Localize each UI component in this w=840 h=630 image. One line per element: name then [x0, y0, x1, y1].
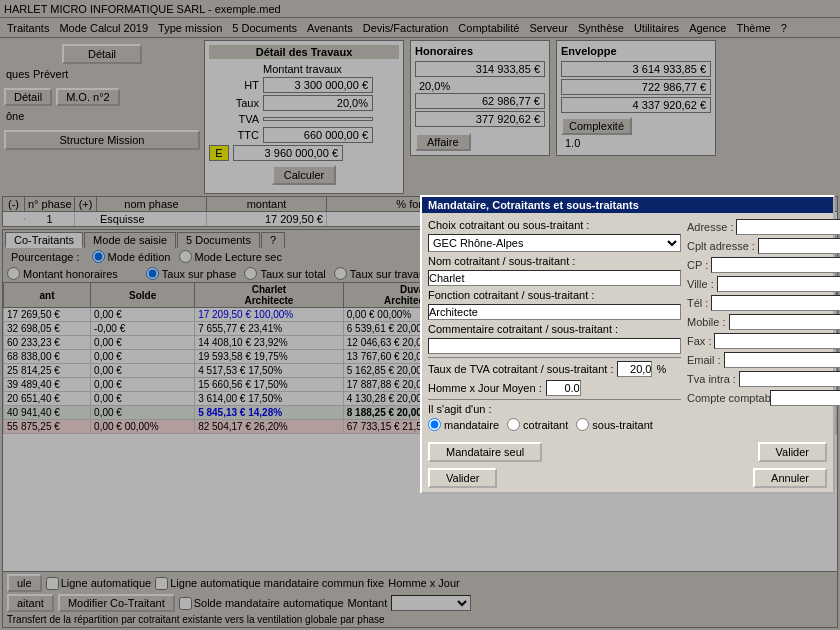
- adresse-label: Adresse :: [687, 221, 733, 233]
- taux-tva-input[interactable]: [617, 361, 652, 377]
- nom-input-row: [428, 270, 681, 286]
- valider-top-button[interactable]: Valider: [758, 442, 827, 462]
- cp-label: CP :: [687, 259, 708, 271]
- mobile-label: Mobile :: [687, 316, 726, 328]
- cp-input[interactable]: [711, 257, 840, 273]
- ville-input[interactable]: [717, 276, 840, 292]
- cplt-adresse-label: Cplt adresse :: [687, 240, 755, 252]
- modal-title-bar: Mandataire, Cotraitants et sous-traitant…: [422, 197, 833, 213]
- fonction-input[interactable]: [428, 304, 681, 320]
- taux-tva-unit: %: [656, 363, 666, 375]
- mobile-input[interactable]: [729, 314, 840, 330]
- modal-footer: Valider Annuler: [422, 464, 833, 492]
- annuler-button[interactable]: Annuler: [753, 468, 827, 488]
- homme-jour-row: Homme x Jour Moyen :: [428, 380, 681, 396]
- email-input[interactable]: [724, 352, 840, 368]
- modal-body: Choix cotraitant ou sous-traitant : GEC …: [422, 213, 833, 440]
- fonction-input-row: [428, 304, 681, 320]
- tva-intra-label: Tva intra :: [687, 373, 736, 385]
- choix-label: Choix cotraitant ou sous-traitant :: [428, 219, 589, 231]
- adresse-input[interactable]: [736, 219, 840, 235]
- modal-title-text: Mandataire, Cotraitants et sous-traitant…: [428, 199, 639, 211]
- cplt-adresse-input[interactable]: [758, 238, 840, 254]
- radio-row: mandataire cotraitant sous-traitant: [428, 418, 681, 431]
- adresse-row: Adresse :: [687, 219, 827, 235]
- mandataire-seul-button[interactable]: Mandataire seul: [428, 442, 542, 462]
- modal-middle-btns: Mandataire seul Valider: [422, 440, 833, 464]
- compte-comptable-label: Compte comptable :: [687, 392, 767, 404]
- homme-jour-input[interactable]: [546, 380, 581, 396]
- fonction-label: Fonction cotraitant / sous-traitant :: [428, 289, 594, 301]
- il-sagit-label: Il s'agit d'un :: [428, 403, 492, 415]
- cp-row: CP :: [687, 257, 827, 273]
- commentaire-input-row: [428, 338, 681, 354]
- nom-cotraitant-label: Nom cotraitant / sous-traitant :: [428, 255, 575, 267]
- compte-comptable-input[interactable]: [770, 390, 840, 406]
- fax-row: Fax :: [687, 333, 827, 349]
- tva-intra-input[interactable]: [739, 371, 840, 387]
- commentaire-label-row: Commentaire cotraitant / sous-traitant :: [428, 323, 681, 335]
- commentaire-label: Commentaire cotraitant / sous-traitant :: [428, 323, 618, 335]
- fonction-label-row: Fonction cotraitant / sous-traitant :: [428, 289, 681, 301]
- sous-traitant-radio[interactable]: sous-traitant: [576, 418, 653, 431]
- compte-comptable-row: Compte comptable :: [687, 390, 827, 406]
- modal-left: Choix cotraitant ou sous-traitant : GEC …: [428, 219, 681, 434]
- email-row: Email :: [687, 352, 827, 368]
- taux-tva-row: Taux de TVA cotraitant / sous-traitant :…: [428, 361, 681, 377]
- commentaire-input[interactable]: [428, 338, 681, 354]
- tel-row: Tél :: [687, 295, 827, 311]
- tel-input[interactable]: [711, 295, 840, 311]
- modal-dialog: Mandataire, Cotraitants et sous-traitant…: [420, 195, 835, 494]
- mobile-row: Mobile :: [687, 314, 827, 330]
- tel-label: Tél :: [687, 297, 708, 309]
- choix-select-row: GEC Rhône-Alpes: [428, 234, 681, 252]
- taux-tva-label: Taux de TVA cotraitant / sous-traitant :: [428, 363, 613, 375]
- fax-label: Fax :: [687, 335, 711, 347]
- tva-intra-row: Tva intra :: [687, 371, 827, 387]
- fax-input[interactable]: [714, 333, 840, 349]
- choix-select[interactable]: GEC Rhône-Alpes: [428, 234, 681, 252]
- ville-row: Ville :: [687, 276, 827, 292]
- homme-jour-moyen-label: Homme x Jour Moyen :: [428, 382, 542, 394]
- choix-row: Choix cotraitant ou sous-traitant :: [428, 219, 681, 231]
- mandataire-radio[interactable]: mandataire: [428, 418, 499, 431]
- cotraitant-radio[interactable]: cotraitant: [507, 418, 568, 431]
- cplt-adresse-row: Cplt adresse :: [687, 238, 827, 254]
- valider-button[interactable]: Valider: [428, 468, 497, 488]
- il-sagit-row: Il s'agit d'un :: [428, 403, 681, 415]
- nom-label-row: Nom cotraitant / sous-traitant :: [428, 255, 681, 267]
- nom-cotraitant-input[interactable]: [428, 270, 681, 286]
- ville-label: Ville :: [687, 278, 714, 290]
- email-label: Email :: [687, 354, 721, 366]
- modal-right: Adresse : Cplt adresse : CP : Ville : Té…: [687, 219, 827, 434]
